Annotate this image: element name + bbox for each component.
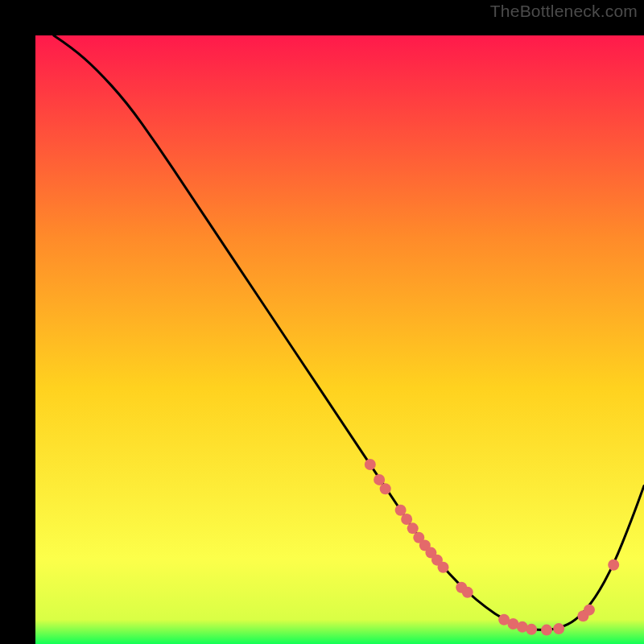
data-dot xyxy=(438,562,449,573)
data-dot xyxy=(553,623,564,634)
curve-chart xyxy=(35,35,644,644)
data-dot xyxy=(541,625,552,636)
data-dot xyxy=(462,587,473,598)
data-dot xyxy=(526,624,537,635)
chart-frame xyxy=(18,18,626,626)
data-dot xyxy=(608,559,619,571)
watermark-text: TheBottleneck.com xyxy=(490,2,638,21)
data-dot xyxy=(584,605,595,616)
gradient-bg xyxy=(35,35,644,644)
data-dot xyxy=(380,483,391,494)
data-dot xyxy=(365,459,376,470)
